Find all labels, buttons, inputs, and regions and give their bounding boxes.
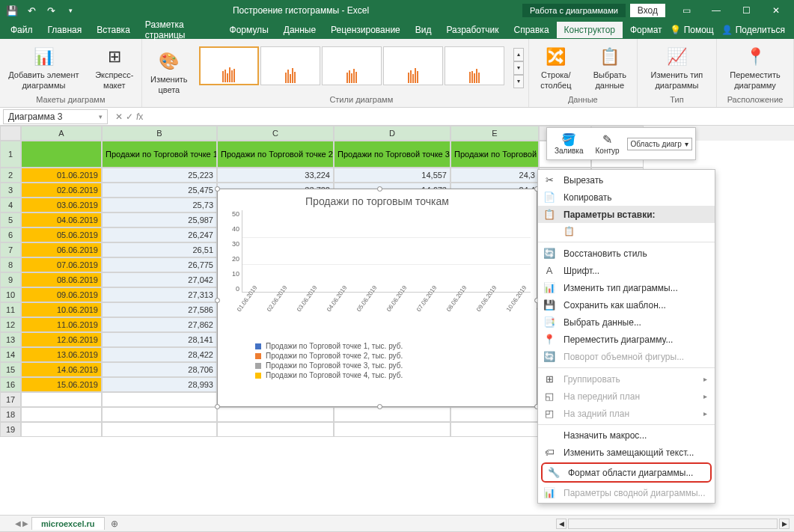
row-header[interactable]: 19: [0, 422, 21, 437]
cell[interactable]: 26,775: [102, 257, 217, 272]
cell[interactable]: 05.06.2019: [21, 227, 102, 242]
chart-object[interactable]: Продажи по торговым точкам 50403020100 0…: [217, 189, 537, 407]
row-header[interactable]: 7: [0, 242, 21, 257]
chart-element-selector[interactable]: Область диагр▾: [627, 138, 692, 150]
row-header[interactable]: 5: [0, 213, 21, 227]
cell[interactable]: 27,042: [102, 272, 217, 287]
menu-move-chart[interactable]: 📍Переместить диаграмму...: [538, 331, 715, 348]
chart-bars[interactable]: [242, 210, 531, 293]
cell[interactable]: 27,862: [102, 317, 217, 332]
maximize-icon[interactable]: ☐: [731, 0, 761, 21]
ribbon-options-icon[interactable]: ▭: [671, 0, 701, 21]
cell[interactable]: 09.06.2019: [21, 287, 102, 302]
cell[interactable]: 01.06.2019: [21, 168, 102, 183]
col-header[interactable]: A: [21, 126, 102, 141]
add-sheet-button[interactable]: ⊕: [108, 519, 121, 529]
tab-insert[interactable]: Вставка: [89, 22, 138, 38]
cell[interactable]: 26,247: [102, 227, 217, 242]
row-header[interactable]: 1: [0, 141, 21, 168]
style-item[interactable]: [260, 46, 320, 85]
cell[interactable]: 08.06.2019: [21, 272, 102, 287]
login-button[interactable]: Вход: [630, 4, 665, 17]
fill-button[interactable]: 🪣Заливка: [550, 131, 588, 156]
menu-format-chart-area[interactable]: 🔧Формат области диаграммы...: [541, 462, 712, 483]
cell[interactable]: 11.06.2019: [21, 317, 102, 332]
tab-data[interactable]: Данные: [276, 22, 323, 38]
row-header[interactable]: 4: [0, 198, 21, 213]
tab-help[interactable]: Справка: [506, 22, 556, 38]
row-header[interactable]: 9: [0, 272, 21, 287]
menu-restore-style[interactable]: 🔄Восстановить стиль: [538, 245, 715, 262]
cell[interactable]: 25,475: [102, 183, 217, 198]
sheet-nav-prev-icon[interactable]: ◀: [15, 519, 21, 528]
menu-change-chart-type[interactable]: 📊Изменить тип диаграммы...: [538, 279, 715, 296]
cell[interactable]: 04.06.2019: [21, 213, 102, 227]
cell[interactable]: 28,706: [102, 362, 217, 377]
y-axis[interactable]: 50403020100: [224, 210, 242, 293]
tab-view[interactable]: Вид: [408, 22, 439, 38]
select-data-button[interactable]: 📋 Выбрать данные: [587, 45, 632, 90]
cell[interactable]: 10.06.2019: [21, 302, 102, 317]
cell[interactable]: 25,223: [102, 168, 217, 183]
save-icon[interactable]: 💾: [3, 2, 21, 19]
tab-home[interactable]: Главная: [40, 22, 90, 38]
menu-cut[interactable]: ✂Вырезать: [538, 171, 715, 189]
gallery-scroll[interactable]: ▴▾▾: [513, 48, 524, 88]
menu-save-template[interactable]: 💾Сохранить как шаблон...: [538, 296, 715, 314]
change-chart-type-button[interactable]: 📈 Изменить тип диаграммы: [642, 45, 712, 90]
cell[interactable]: 24,3: [451, 168, 539, 183]
tab-formulas[interactable]: Формулы: [222, 22, 276, 38]
row-header[interactable]: 14: [0, 347, 21, 362]
col-header[interactable]: B: [102, 126, 217, 141]
tab-file[interactable]: Файл: [3, 22, 40, 38]
add-chart-element-button[interactable]: 📊 Добавить элемент диаграммы: [4, 45, 83, 90]
cell[interactable]: 06.06.2019: [21, 242, 102, 257]
table-header-cell[interactable]: Продажи по Торговой точке 4, тыс. руб.: [451, 141, 539, 168]
tab-design[interactable]: Конструктор: [557, 22, 623, 38]
row-header[interactable]: 10: [0, 287, 21, 302]
fx-icon[interactable]: fx: [136, 111, 143, 122]
change-colors-button[interactable]: 🎨 Изменить цвета: [147, 49, 192, 94]
formula-input[interactable]: [147, 109, 794, 124]
cell[interactable]: 14,557: [334, 168, 451, 183]
style-item[interactable]: [199, 46, 259, 85]
cell[interactable]: 28,422: [102, 347, 217, 362]
share-button[interactable]: 👤Поделиться: [721, 25, 785, 35]
tell-me[interactable]: 💡Помощ: [670, 25, 714, 35]
style-item[interactable]: [445, 46, 504, 85]
minimize-icon[interactable]: —: [701, 0, 731, 21]
close-icon[interactable]: ✕: [761, 0, 791, 21]
switch-row-col-button[interactable]: 🔀 Строка/ столбец: [534, 45, 578, 90]
cell[interactable]: 28,993: [102, 377, 217, 392]
cell[interactable]: 07.06.2019: [21, 257, 102, 272]
chart-styles-gallery[interactable]: [199, 46, 504, 90]
chevron-down-icon[interactable]: ▾: [99, 113, 103, 120]
tab-format[interactable]: Формат: [623, 22, 670, 38]
menu-select-data[interactable]: 📑Выбрать данные...: [538, 314, 715, 331]
cancel-formula-icon[interactable]: ✕: [115, 111, 123, 122]
row-header[interactable]: 2: [0, 168, 21, 183]
enter-formula-icon[interactable]: ✓: [126, 111, 133, 122]
name-box[interactable]: Диаграмма 3 ▾: [3, 109, 108, 124]
menu-font[interactable]: AШрифт...: [538, 262, 715, 279]
cell[interactable]: 25,73: [102, 198, 217, 213]
cell[interactable]: 28,141: [102, 332, 217, 347]
table-header-cell[interactable]: Продажи по Торговой точке 2, тыс. руб.: [217, 141, 334, 168]
menu-copy[interactable]: 📄Копировать: [538, 189, 715, 206]
chart-legend[interactable]: Продажи по Торговой точке 1, тыс. руб.Пр…: [218, 337, 537, 384]
row-header[interactable]: 16: [0, 377, 21, 392]
tab-developer[interactable]: Разработчик: [439, 22, 507, 38]
quick-layout-button[interactable]: ⊞ Экспресс-макет: [92, 45, 137, 90]
style-item[interactable]: [383, 46, 443, 85]
chart-title[interactable]: Продажи по торговым точкам: [218, 189, 537, 210]
sheet-nav-next-icon[interactable]: ▶: [22, 519, 28, 528]
row-header[interactable]: 6: [0, 227, 21, 242]
row-header[interactable]: 8: [0, 257, 21, 272]
cell[interactable]: 25,987: [102, 213, 217, 227]
cell[interactable]: 02.06.2019: [21, 183, 102, 198]
cell[interactable]: 13.06.2019: [21, 347, 102, 362]
cell[interactable]: 03.06.2019: [21, 198, 102, 213]
col-header[interactable]: E: [451, 126, 539, 141]
cell[interactable]: 27,313: [102, 287, 217, 302]
horizontal-scrollbar[interactable]: ◀▶: [124, 519, 794, 529]
